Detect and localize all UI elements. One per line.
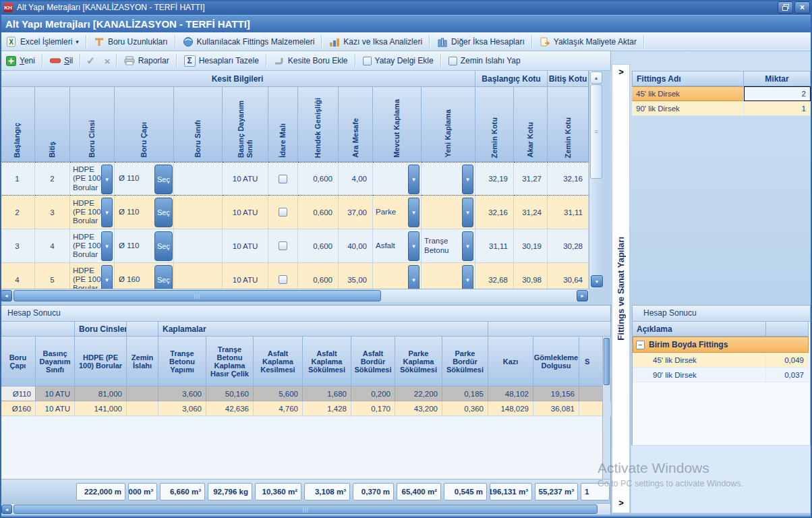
boru-cinsi-dropdown[interactable]: ▾ (101, 265, 113, 289)
close-button[interactable]: × (794, 1, 810, 13)
group-row-birim-boyda-fittings[interactable]: − Birim Boyda Fittings (633, 337, 809, 353)
result-cell[interactable]: 1,428 (303, 401, 351, 416)
col-header-aciklama[interactable]: Açıklama (633, 322, 766, 337)
fittings-materials-button[interactable]: Kullanılacak Fittings Malzemeleri (177, 32, 321, 51)
cell-zemin-kotu-bitis[interactable]: 30,28 (548, 229, 589, 263)
result-cell[interactable]: 0,200 (351, 386, 395, 401)
cell-mevcut-kaplama[interactable]: ▾ (373, 162, 422, 196)
cell-boru-capi[interactable]: Ø 110Seç (115, 196, 174, 229)
col-header-empty[interactable] (766, 322, 809, 337)
scroll-thumb[interactable]: ≡ (590, 84, 602, 179)
col-header-kazi[interactable]: Kazı (488, 337, 533, 386)
col-header-hendek-genisligi[interactable]: Hendek Genişliği (298, 87, 339, 162)
result-cell[interactable]: 141,000 (75, 401, 127, 416)
cancel-button[interactable]: × (100, 55, 115, 67)
sec-button[interactable]: Seç (154, 198, 173, 227)
yeni-kaplama-dropdown[interactable]: ▾ (462, 265, 473, 289)
col-header-gomlekleme[interactable]: Gömlekleme Dolgusu (533, 337, 579, 386)
cell-baslangic[interactable]: 4 (0, 263, 35, 289)
checkbox-icon[interactable] (279, 208, 287, 217)
cell-zemin-kotu[interactable]: 31,11 (475, 229, 514, 263)
yeni-kaplama-dropdown[interactable]: ▾ (462, 198, 473, 227)
col-header-zemin-kotu-baslangic[interactable]: Zemin Kotu (475, 87, 514, 162)
result-row-value[interactable]: 0,049 (766, 353, 809, 368)
col-header-zemin-kotu-bitis[interactable]: Zemin Kotu (548, 87, 589, 162)
cell-hendek[interactable]: 0,600 (298, 229, 339, 263)
col-header-basinc[interactable]: Basınç Dayanım Sınıfı (36, 337, 75, 386)
col-header-parke-kaplama[interactable]: Parke Kaplama Sökülmesi (395, 337, 442, 386)
confirm-button[interactable]: ✓ (82, 55, 100, 67)
result-cell[interactable]: 1,680 (303, 386, 351, 401)
col-header-basinc-dayanim[interactable]: Basınç Dayanım Sınıfı (223, 87, 268, 162)
cell-boru-sinifi[interactable] (174, 263, 223, 289)
result-cell[interactable]: Ø160 (1, 401, 36, 416)
boru-cinsi-dropdown[interactable]: ▾ (101, 165, 113, 194)
delete-button[interactable]: Sil (44, 51, 79, 70)
boru-cinsi-dropdown[interactable]: ▾ (101, 231, 113, 261)
cell-baslangic[interactable]: 2 (0, 196, 35, 229)
cell-basinc[interactable]: 10 ATU (223, 196, 268, 229)
cell-boru-capi[interactable]: Ø 110Seç (115, 229, 174, 263)
cell-boru-cinsi[interactable]: HDPE (PE 100) Borular▾ (70, 162, 115, 196)
col-header-fittings-adi[interactable]: Fittings Adı (632, 71, 744, 86)
scroll-up-button[interactable]: ▲ (590, 71, 602, 84)
boru-cinsi-dropdown[interactable]: ▾ (101, 198, 113, 227)
transfer-cost-button[interactable]: Yaklaşık Maliyete Aktar (533, 32, 643, 51)
cell-mevcut-kaplama[interactable]: ▾ (373, 263, 422, 289)
mevcut-kaplama-dropdown[interactable]: ▾ (408, 198, 419, 227)
cell-mevcut-kaplama[interactable]: Parke▾ (373, 196, 422, 229)
result-cell[interactable] (127, 401, 158, 416)
cell-bitis[interactable]: 3 (35, 196, 70, 229)
col-header-akar-kotu[interactable]: Akar Kotu (514, 87, 548, 162)
collapse-minus-icon[interactable]: − (636, 341, 645, 349)
col-header-ara-mesafe[interactable]: Ara Mesafe (339, 87, 373, 162)
result-cell[interactable]: 43,200 (395, 401, 442, 416)
result-cell[interactable] (127, 386, 158, 401)
cell-idare-mali[interactable] (268, 162, 298, 196)
scroll-left-button[interactable]: ◄ (1, 290, 12, 301)
sec-button[interactable]: Seç (154, 231, 173, 261)
cell-hendek[interactable]: 0,600 (298, 196, 339, 229)
col-header-parke-bordur[interactable]: Parke Bordür Sökülmesi (442, 337, 488, 386)
col-header-boru-capi[interactable]: Boru Çapı (115, 87, 174, 162)
grid-horizontal-scrollbar[interactable]: ◄ ||| ► (0, 289, 589, 302)
scroll-thumb[interactable] (604, 338, 610, 385)
expand-right-icon[interactable]: > (616, 498, 627, 509)
result-cell[interactable]: 10 ATU (36, 386, 75, 401)
cell-zemin-kotu[interactable]: 32,19 (475, 162, 514, 196)
fitting-name-cell[interactable]: 90' lik Dirsek (632, 101, 744, 116)
cell-bitis[interactable]: 4 (35, 229, 70, 263)
cell-mevcut-kaplama[interactable]: Asfalt▾ (373, 229, 422, 263)
result-cell[interactable]: 148,029 (488, 401, 533, 416)
horizontal-drill-toggle[interactable]: Yatay Delgi Ekle (357, 51, 440, 70)
scroll-thumb[interactable]: ||| (13, 505, 598, 514)
col-header-asfalt-sokulmesi[interactable]: Asfalt Kaplama Sökülmesi (303, 337, 351, 386)
col-header-yeni-kaplama[interactable]: Yeni Kaplama (422, 87, 475, 162)
refresh-calcs-button[interactable]: Σ Hesapları Tazele (178, 51, 265, 70)
col-header-boru-capi[interactable]: Boru Çapı (1, 337, 36, 386)
cell-ara-mesafe[interactable]: 40,00 (339, 229, 373, 263)
result-cell[interactable]: 5,600 (254, 386, 303, 401)
result-row-name[interactable]: 90' lik Dirsek (633, 368, 766, 382)
fittings-splitter-strip[interactable]: > Fittings ve Sanat Yapıları > (612, 64, 630, 513)
cell-yeni-kaplama[interactable]: ▾ (422, 162, 475, 196)
col-header-boru-cinsi[interactable]: Boru Cinsi (70, 87, 115, 162)
grid-vertical-scrollbar[interactable]: ▲ ≡ ▼ (589, 71, 602, 289)
cell-akar-kotu[interactable]: 31,24 (514, 196, 548, 229)
sec-button[interactable]: Seç (154, 265, 173, 289)
result-cell[interactable]: 0,360 (442, 401, 488, 416)
cell-zemin-kotu-bitis[interactable]: 32,16 (548, 162, 589, 196)
mevcut-kaplama-dropdown[interactable]: ▾ (408, 265, 419, 289)
results-horizontal-scrollbar[interactable]: ◄ ||| (1, 503, 610, 515)
cell-basinc[interactable]: 10 ATU (223, 162, 268, 196)
checkbox-icon[interactable] (279, 275, 287, 284)
col-header-hdpe[interactable]: HDPE (PE 100) Borular (75, 337, 127, 386)
fitting-qty-cell[interactable]: 2 (744, 86, 811, 101)
result-cell[interactable]: 81,000 (75, 386, 127, 401)
cell-basinc[interactable]: 10 ATU (223, 263, 268, 289)
mevcut-kaplama-dropdown[interactable]: ▾ (408, 165, 419, 194)
result-cell[interactable]: 50,160 (206, 386, 254, 401)
sec-button[interactable]: Seç (154, 165, 173, 194)
result-cell[interactable]: 3,060 (158, 401, 206, 416)
cell-zemin-kotu[interactable]: 32,16 (475, 196, 514, 229)
